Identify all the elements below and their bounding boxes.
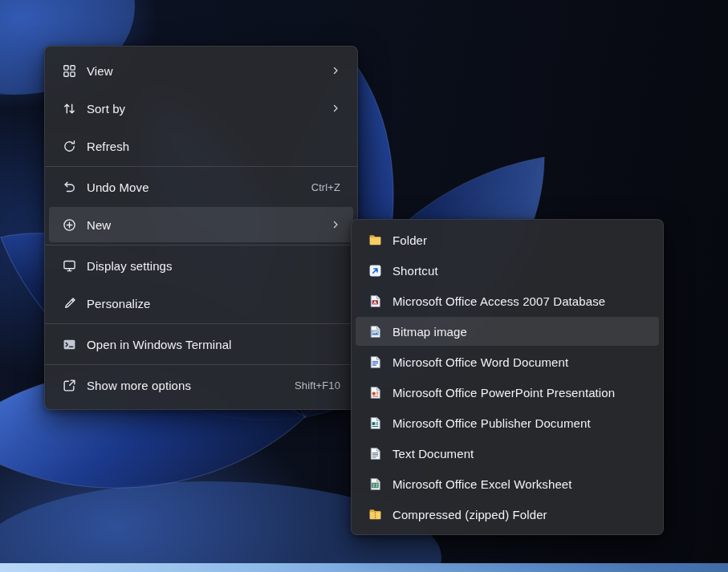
submenu-item-text-document[interactable]: Text Document bbox=[356, 439, 659, 468]
menu-item-new[interactable]: New bbox=[49, 207, 353, 242]
menu-separator bbox=[45, 166, 357, 167]
shortcut-hint: Ctrl+Z bbox=[311, 181, 340, 193]
submenu-item-folder[interactable]: Folder bbox=[356, 225, 659, 254]
chevron-right-icon bbox=[331, 66, 340, 75]
submenu-item-bitmap-image[interactable]: Bitmap image bbox=[356, 317, 659, 346]
submenu-item-label: Folder bbox=[392, 233, 427, 247]
menu-item-label: Display settings bbox=[87, 259, 173, 273]
chevron-right-icon bbox=[331, 103, 340, 113]
menu-item-sort-by[interactable]: Sort by bbox=[49, 91, 353, 126]
menu-item-refresh[interactable]: Refresh bbox=[49, 128, 353, 164]
menu-item-label: New bbox=[87, 218, 111, 232]
submenu-item-label: Shortcut bbox=[392, 264, 438, 278]
menu-separator bbox=[45, 323, 357, 324]
shortcut-hint: Shift+F10 bbox=[295, 379, 340, 391]
zip-folder-icon bbox=[368, 508, 382, 521]
menu-item-open-windows-terminal[interactable]: Open in Windows Terminal bbox=[49, 327, 353, 362]
menu-item-label: Refresh bbox=[87, 140, 129, 153]
submenu-item-access-database[interactable]: Microsoft Office Access 2007 Database bbox=[356, 286, 659, 315]
submenu-item-label: Bitmap image bbox=[392, 325, 467, 339]
submenu-item-label: Microsoft Office Word Document bbox=[392, 355, 568, 369]
undo-icon bbox=[62, 180, 76, 194]
menu-item-label: View bbox=[87, 64, 113, 78]
submenu-item-label: Compressed (zipped) Folder bbox=[392, 508, 547, 521]
submenu-item-excel-worksheet[interactable]: Microsoft Office Excel Worksheet bbox=[356, 469, 659, 498]
folder-icon bbox=[368, 233, 382, 247]
menu-item-view[interactable]: View bbox=[49, 53, 353, 88]
menu-item-label: Show more options bbox=[87, 379, 191, 392]
excel-worksheet-file-icon bbox=[368, 477, 382, 491]
context-menu: View Sort by Refresh Undo Move bbox=[44, 46, 358, 410]
submenu-item-powerpoint-presentation[interactable]: Microsoft Office PowerPoint Presentation bbox=[356, 378, 659, 407]
personalize-brush-icon bbox=[62, 296, 76, 310]
sort-arrows-icon bbox=[62, 101, 76, 116]
submenu-item-label: Microsoft Office Publisher Document bbox=[392, 416, 591, 430]
publisher-file-icon bbox=[368, 416, 382, 430]
submenu-item-label: Text Document bbox=[392, 447, 474, 460]
menu-item-display-settings[interactable]: Display settings bbox=[49, 248, 353, 283]
submenu-item-publisher-document[interactable]: Microsoft Office Publisher Document bbox=[356, 408, 659, 437]
menu-item-show-more-options[interactable]: Show more options Shift+F10 bbox=[49, 367, 353, 403]
menu-item-label: Sort by bbox=[87, 102, 125, 116]
submenu-item-label: Microsoft Office PowerPoint Presentation bbox=[392, 386, 615, 400]
word-document-file-icon bbox=[368, 355, 382, 369]
menu-separator bbox=[45, 364, 357, 365]
bitmap-image-file-icon bbox=[368, 325, 382, 339]
terminal-icon bbox=[62, 337, 76, 351]
show-more-options-icon bbox=[62, 378, 76, 392]
menu-item-label: Open in Windows Terminal bbox=[87, 338, 232, 351]
menu-item-undo-move[interactable]: Undo Move Ctrl+Z bbox=[49, 169, 353, 205]
submenu-item-label: Microsoft Office Access 2007 Database bbox=[392, 294, 605, 308]
access-database-file-icon bbox=[368, 294, 382, 308]
chevron-right-icon bbox=[331, 220, 340, 229]
submenu-item-label: Microsoft Office Excel Worksheet bbox=[392, 477, 572, 491]
submenu-item-word-document[interactable]: Microsoft Office Word Document bbox=[356, 347, 659, 376]
submenu-item-shortcut[interactable]: Shortcut bbox=[356, 256, 659, 285]
powerpoint-file-icon bbox=[368, 386, 382, 400]
wallpaper-bottom-strip bbox=[0, 563, 728, 572]
text-document-file-icon bbox=[368, 447, 382, 460]
new-submenu: Folder Shortcut Microsoft Office Access … bbox=[351, 219, 664, 535]
grid-view-icon bbox=[62, 63, 76, 78]
shortcut-arrow-icon bbox=[368, 264, 382, 278]
menu-item-personalize[interactable]: Personalize bbox=[49, 286, 353, 321]
display-settings-icon bbox=[62, 258, 76, 273]
refresh-icon bbox=[62, 139, 76, 153]
menu-item-label: Personalize bbox=[87, 297, 150, 310]
new-plus-icon bbox=[62, 217, 76, 232]
menu-item-label: Undo Move bbox=[87, 181, 149, 194]
menu-separator bbox=[45, 245, 357, 245]
submenu-item-compressed-folder[interactable]: Compressed (zipped) Folder bbox=[356, 500, 659, 529]
